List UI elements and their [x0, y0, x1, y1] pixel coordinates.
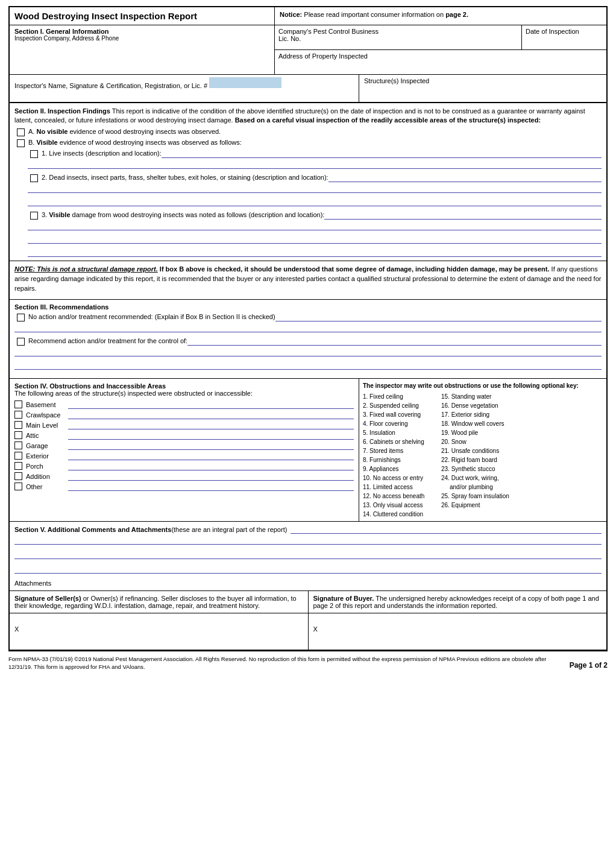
- checkbox-addition[interactable]: [14, 472, 22, 480]
- key-item-23: 23. Synthetic stucco: [441, 464, 520, 473]
- area-other-label: Other: [26, 483, 68, 490]
- checkbox-b3[interactable]: [30, 212, 38, 220]
- checkbox-a[interactable]: [17, 128, 25, 136]
- checkbox-other[interactable]: [14, 483, 22, 490]
- section3-block: Section III. Recommendations No action a…: [10, 300, 606, 379]
- area-attic-line[interactable]: [68, 431, 354, 440]
- section4-key-col2: 15. Standing water 16. Dense vegetation …: [441, 392, 520, 519]
- item-b1-line2[interactable]: [28, 160, 602, 169]
- item-b3-label: 3. Visible damage from wood destroying i…: [42, 211, 324, 218]
- structures-label: Structure(s) Inspected: [364, 77, 429, 84]
- area-exterior-line[interactable]: [68, 452, 354, 460]
- item-b2-label: 2. Dead insects, insect parts, frass, sh…: [42, 174, 328, 181]
- key-item-6: 6. Cabinets or shelving: [363, 437, 435, 446]
- area-basement-label: Basement: [26, 401, 68, 408]
- address-inspected-label: Address of Property Inspected: [278, 52, 368, 60]
- key-item-14: 14. Cluttered condition: [363, 510, 435, 519]
- checkbox-s3-1[interactable]: [17, 314, 25, 321]
- key-item-20: 20. Snow: [441, 437, 520, 446]
- area-mainlevel: Main Level: [14, 421, 354, 429]
- date-inspection-label: Date of Inspection: [526, 28, 579, 35]
- footer: Form NPMA-33 (7/01/19) ©2019 National Pe…: [8, 651, 608, 674]
- section5-line2[interactable]: [14, 536, 602, 545]
- section2-intro: Section II. Inspection Findings This rep…: [14, 107, 602, 125]
- item-b3-input[interactable]: [324, 211, 602, 220]
- item-b1-input[interactable]: [162, 150, 602, 158]
- checkbox-b1[interactable]: [30, 150, 38, 158]
- notice-page2: page 2.: [445, 11, 468, 18]
- section4-key-cols: 1. Fixed ceiling 2. Suspended ceiling 3.…: [363, 392, 603, 519]
- item-a-label: A. No visible evidence of wood destroyin…: [28, 128, 221, 135]
- inspector-field: Inspector's Name, Signature & Certificat…: [10, 75, 359, 102]
- footer-text: Form NPMA-33 (7/01/19) ©2019 National Pe…: [8, 655, 570, 671]
- area-attic: Attic: [14, 431, 354, 440]
- key-item-7: 7. Stored items: [363, 446, 435, 455]
- key-item-4: 4. Floor covering: [363, 419, 435, 428]
- area-crawlspace: Crawlspace: [14, 411, 354, 419]
- section5-line4[interactable]: [14, 565, 602, 574]
- key-item-18: 18. Window well covers: [441, 419, 520, 428]
- checkbox-crawlspace[interactable]: [14, 411, 22, 419]
- area-mainlevel-label: Main Level: [26, 422, 68, 429]
- key-item-1: 1. Fixed ceiling: [363, 392, 435, 401]
- seller-x-field[interactable]: X: [10, 613, 309, 650]
- area-addition-label: Addition: [26, 473, 68, 480]
- area-basement: Basement: [14, 400, 354, 409]
- section3-item1-line[interactable]: [14, 324, 602, 332]
- inspector-input-box[interactable]: [209, 77, 281, 88]
- section4-title: Section IV. Obstructions and Inaccessibl…: [14, 382, 354, 390]
- section5-title-bold: Section V. Additional Comments and Attac…: [14, 526, 171, 533]
- report-title: Wood Destroying Insect Inspection Report: [10, 7, 275, 25]
- key-item-10: 10. No access or entry: [363, 473, 435, 483]
- section3-item2-input[interactable]: [187, 337, 602, 346]
- area-porch-line[interactable]: [68, 462, 354, 470]
- item-b1-label: 1. Live insects (description and locatio…: [42, 150, 162, 157]
- item-b3-line2[interactable]: [28, 222, 602, 230]
- section3-item2-line3[interactable]: [14, 361, 602, 370]
- sig-x-row: X X: [10, 613, 606, 650]
- item-b-label: B. Visible evidence of wood destroying i…: [28, 139, 242, 146]
- key-item-24b: and/or plumbing: [441, 483, 520, 492]
- note-title: NOTE: This is not a structural damage re…: [14, 265, 158, 273]
- checkbox-porch[interactable]: [14, 462, 22, 470]
- section1-subtitle: Inspection Company, Address & Phone: [14, 35, 269, 42]
- item-b1-row: 1. Live insects (description and locatio…: [30, 150, 602, 158]
- area-basement-line[interactable]: [68, 400, 354, 409]
- section3-item1-input[interactable]: [275, 313, 602, 321]
- checkbox-garage[interactable]: [14, 442, 22, 449]
- item-b3-line3[interactable]: [28, 235, 602, 244]
- area-other-line[interactable]: [68, 483, 354, 491]
- area-garage-line[interactable]: [68, 442, 354, 450]
- checkbox-mainlevel[interactable]: [14, 421, 22, 429]
- key-item-16: 16. Dense vegetation: [441, 401, 520, 410]
- section3-item2-line2[interactable]: [14, 348, 602, 356]
- key-item-5: 5. Insulation: [363, 428, 435, 437]
- section5-line3[interactable]: [14, 551, 602, 559]
- checkbox-basement[interactable]: [14, 400, 22, 408]
- area-addition: Addition: [14, 472, 354, 481]
- checkbox-b2[interactable]: [30, 174, 38, 182]
- note-bold: If box B above is checked, it should be …: [160, 265, 550, 273]
- item-b2-line2[interactable]: [28, 185, 602, 193]
- section3-item2-label: Recommend action and/or treatment for th…: [28, 337, 187, 344]
- checkbox-exterior[interactable]: [14, 452, 22, 460]
- key-item-2: 2. Suspended ceiling: [363, 401, 435, 410]
- checkbox-attic[interactable]: [14, 431, 22, 439]
- area-addition-line[interactable]: [68, 472, 354, 481]
- key-item-25: 25. Spray foam insulation: [441, 492, 520, 501]
- item-b3-line4[interactable]: [28, 248, 602, 257]
- structures-field: Structure(s) Inspected: [359, 75, 606, 102]
- section4-subtitle: The following areas of the structure(s) …: [14, 390, 354, 397]
- item-b2-input[interactable]: [328, 174, 602, 182]
- section5-input[interactable]: [291, 525, 602, 534]
- buyer-x-field[interactable]: X: [309, 613, 607, 650]
- area-mainlevel-line[interactable]: [68, 421, 354, 429]
- key-item-13: 13. Only visual access: [363, 501, 435, 510]
- area-crawlspace-line[interactable]: [68, 411, 354, 419]
- section5-title-rest: (these are an integral part of the repor…: [171, 526, 287, 533]
- notice-bold: Notice:: [280, 11, 302, 18]
- item-b2-line3[interactable]: [28, 198, 602, 206]
- section5-block: Section V. Additional Comments and Attac…: [10, 522, 606, 591]
- checkbox-s3-2[interactable]: [17, 338, 25, 346]
- checkbox-b[interactable]: [17, 139, 25, 147]
